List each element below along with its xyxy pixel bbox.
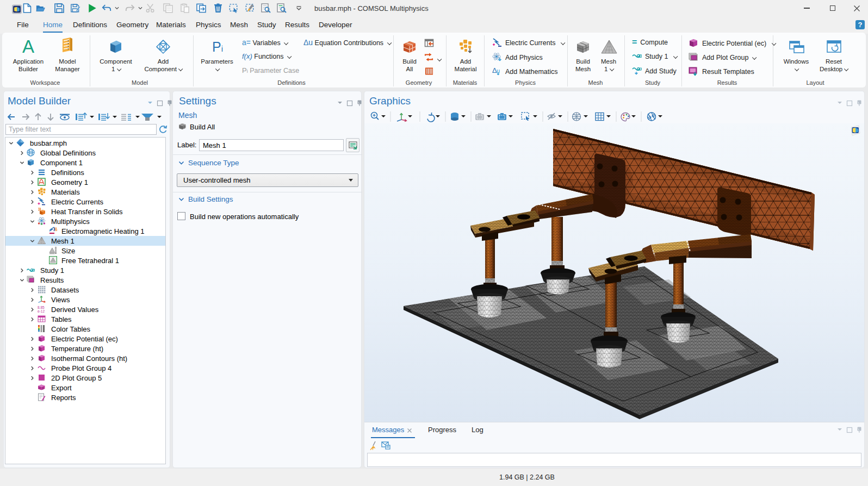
svg-text:8.85: 8.85 bbox=[38, 306, 45, 309]
svg-text:e-12: e-12 bbox=[38, 309, 45, 313]
